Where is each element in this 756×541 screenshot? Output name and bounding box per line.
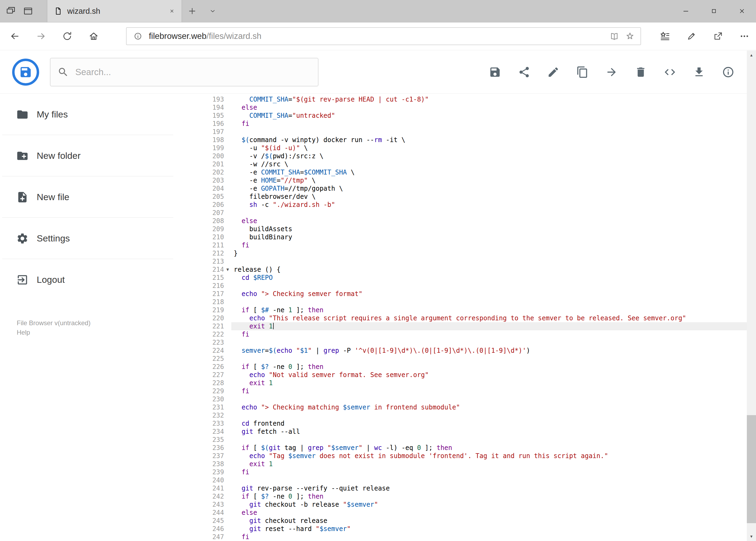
delete-button[interactable] <box>634 66 647 78</box>
code-line[interactable]: 210 buildBinary <box>178 233 747 241</box>
scroll-up-button[interactable]: ▲ <box>747 51 756 60</box>
code-line[interactable]: 237 echo "Tag $semver does not exist in … <box>178 452 747 460</box>
code-line[interactable]: 194 else <box>178 104 747 112</box>
download-button[interactable] <box>693 66 705 78</box>
code-line[interactable]: 198 $(command -v winpty) docker run --rm… <box>178 136 747 144</box>
code-line[interactable]: 204 -e GOPATH=//tmp/gopath \ <box>178 185 747 193</box>
code-line[interactable]: 224 semver=$(echo "$1" | grep -P '^v(0|[… <box>178 346 747 355</box>
source-code-button[interactable] <box>664 66 676 78</box>
search-input[interactable] <box>75 67 311 77</box>
help-link[interactable]: Help <box>17 327 178 337</box>
code-line[interactable]: 199 -u "$(id -u)" \ <box>178 144 747 152</box>
share-button[interactable] <box>706 26 730 46</box>
web-note-button[interactable] <box>680 26 703 46</box>
maximize-button[interactable] <box>700 0 728 22</box>
code-line[interactable]: 218 <box>178 298 747 306</box>
code-line[interactable]: 222 fi <box>178 330 747 338</box>
code-line[interactable]: 230 <box>178 395 747 403</box>
reading-view-button[interactable] <box>607 28 622 44</box>
code-line[interactable]: 193 COMMIT_SHA="$(git rev-parse HEAD | c… <box>178 95 747 104</box>
info-button[interactable] <box>722 66 734 78</box>
save-button[interactable] <box>489 66 501 78</box>
code-line[interactable]: 212} <box>178 249 747 258</box>
site-info-button[interactable] <box>131 30 144 43</box>
code-line[interactable]: 209 buildAssets <box>178 225 747 233</box>
code-line[interactable]: 208 else <box>178 217 747 225</box>
sidebar-item-new-file[interactable]: New file <box>0 176 178 218</box>
code-line[interactable]: 242 if [ $? -ne 0 ]; then <box>178 492 747 500</box>
code-line[interactable]: 217 echo "> Checking semver format" <box>178 290 747 298</box>
favorites-hub-button[interactable] <box>653 26 677 46</box>
sidebar-item-my-files[interactable]: My files <box>0 94 178 135</box>
more-options-button[interactable] <box>733 26 756 46</box>
code-line[interactable]: 211 fi <box>178 241 747 249</box>
code-line[interactable]: 229 fi <box>178 387 747 395</box>
add-favorite-button[interactable] <box>622 28 638 44</box>
code-line[interactable]: 200 -v /$(pwd):/src:z \ <box>178 152 747 160</box>
fold-arrow-icon[interactable]: ▾ <box>224 266 231 273</box>
close-window-button[interactable] <box>728 0 756 22</box>
code-line[interactable]: 220 echo "This release script requires a… <box>178 314 747 322</box>
code-line[interactable]: 213 <box>178 258 747 266</box>
code-line[interactable]: 214▾release () { <box>178 266 747 273</box>
code-line[interactable]: 197 <box>178 128 747 136</box>
move-button[interactable] <box>606 66 618 78</box>
code-line[interactable]: 203 -e HOME="//tmp" \ <box>178 176 747 185</box>
page-scrollbar[interactable]: ▲ ▼ <box>747 51 756 541</box>
code-line[interactable]: 215 cd $REPO <box>178 273 747 282</box>
code-line[interactable]: 243 git checkout -b release "$semver" <box>178 500 747 509</box>
code-line[interactable]: 226 if [ $? -ne 0 ]; then <box>178 363 747 371</box>
scroll-down-button[interactable]: ▼ <box>747 532 756 541</box>
code-line[interactable]: 245 git checkout release <box>178 517 747 525</box>
code-line[interactable]: 219 if [ $# -ne 1 ]; then <box>178 306 747 314</box>
sidebar-item-logout[interactable]: Logout <box>0 259 178 300</box>
code-line[interactable]: 195 COMMIT_SHA="untracked" <box>178 112 747 120</box>
code-line[interactable]: 196 fi <box>178 120 747 128</box>
minimize-button[interactable] <box>672 0 700 22</box>
browser-tab[interactable]: wizard.sh <box>47 0 182 22</box>
code-line[interactable]: 206 sh -c "./wizard.sh -b" <box>178 201 747 209</box>
code-line[interactable]: 228 exit 1 <box>178 379 747 387</box>
code-line[interactable]: 247 fi <box>178 533 747 541</box>
code-line[interactable]: 225 <box>178 355 747 363</box>
address-bar[interactable]: filebrowser.web/files/wizard.sh <box>126 27 641 45</box>
code-editor[interactable]: 193 COMMIT_SHA="$(git rev-parse HEAD | c… <box>178 94 747 541</box>
code-line[interactable]: 236 if [ $(git tag | grep "$semver" | wc… <box>178 444 747 452</box>
edit-button[interactable] <box>547 66 560 78</box>
new-tab-button[interactable] <box>182 0 202 22</box>
code-line[interactable]: 207 <box>178 209 747 217</box>
code-line[interactable]: 241 git rev-parse --verify --quiet relea… <box>178 484 747 492</box>
code-line[interactable]: 233 cd frontend <box>178 419 747 427</box>
code-line[interactable]: 238 exit 1 <box>178 460 747 468</box>
copy-button[interactable] <box>576 66 589 78</box>
code-line[interactable]: 201 -w //src \ <box>178 160 747 168</box>
code-line[interactable]: 244 else <box>178 509 747 517</box>
code-line[interactable]: 240 <box>178 476 747 484</box>
refresh-button[interactable] <box>58 26 77 46</box>
sidebar-item-new-folder[interactable]: New folder <box>0 135 178 176</box>
code-line[interactable]: 202 -e COMMIT_SHA=$COMMIT_SHA \ <box>178 168 747 176</box>
tab-preview-button[interactable] <box>2 0 19 22</box>
sidebar-item-settings[interactable]: Settings <box>0 218 178 259</box>
code-line[interactable]: 231 echo "> Checking matching $semver in… <box>178 403 747 411</box>
search-box[interactable] <box>50 58 319 86</box>
code-line[interactable]: 239 fi <box>178 468 747 476</box>
app-logo[interactable] <box>12 59 39 86</box>
code-line[interactable]: 216 <box>178 282 747 290</box>
forward-button[interactable] <box>31 26 51 46</box>
back-button[interactable] <box>5 26 25 46</box>
code-line[interactable]: 234 git fetch --all <box>178 427 747 436</box>
scroll-thumb[interactable] <box>747 415 756 523</box>
tab-close-button[interactable] <box>169 8 175 14</box>
code-line[interactable]: 205 filebrowser/dev \ <box>178 193 747 201</box>
code-line[interactable]: 246 git reset --hard "$semver" <box>178 525 747 533</box>
set-tabs-aside-button[interactable] <box>19 0 37 22</box>
tab-list-button[interactable] <box>202 0 223 22</box>
code-line[interactable]: 227 echo "Not valid semver format. See s… <box>178 371 747 379</box>
code-line[interactable]: 235 <box>178 436 747 444</box>
code-line[interactable]: 232 <box>178 411 747 419</box>
code-line[interactable]: 223 <box>178 338 747 346</box>
home-button[interactable] <box>84 26 104 46</box>
share-button[interactable] <box>518 66 530 78</box>
code-line[interactable]: 221 exit 1 <box>178 322 747 330</box>
